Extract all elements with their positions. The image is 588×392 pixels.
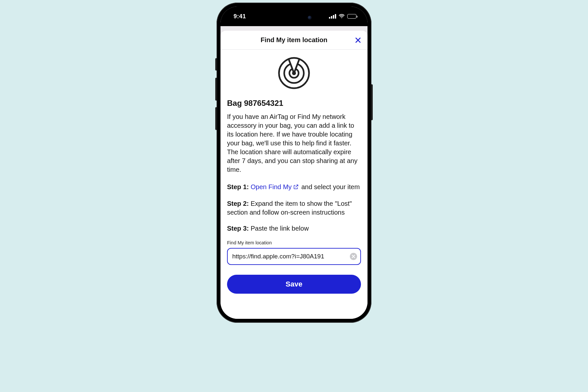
close-icon [354,37,362,44]
phone-frame: 9:41 Find My item location [217,3,371,323]
step-3-label: Step 3: [227,225,249,232]
step-2-label: Step 2: [227,200,249,207]
dynamic-island [272,11,316,24]
findmy-icon [227,57,361,90]
status-time: 9:41 [234,13,246,20]
field-label: Find My item location [227,240,361,245]
sheet-header: Find My item location [220,31,368,50]
clear-input-button[interactable] [350,253,357,260]
step-3: Step 3: Paste the link below [227,224,361,233]
sheet-title: Find My item location [261,36,327,44]
battery-icon [347,14,356,19]
clear-icon [352,255,355,258]
url-input-wrap[interactable] [227,248,361,265]
step-1: Step 1: Open Find My and select your ite… [227,183,361,192]
cellular-icon [329,14,336,19]
status-indicators [329,13,356,20]
side-button [215,58,217,71]
bag-title: Bag 987654321 [227,99,361,108]
open-find-my-link[interactable]: Open Find My [251,183,300,190]
external-link-icon [293,183,299,192]
screen: 9:41 Find My item location [220,7,368,319]
url-input[interactable] [232,253,347,260]
step-3-text: Paste the link below [249,225,309,232]
save-button[interactable]: Save [227,275,361,294]
step-1-label: Step 1: [227,183,249,190]
close-button[interactable] [353,35,363,45]
sheet-body: Bag 987654321 If you have an AirTag or F… [220,50,368,294]
volume-up-button [215,78,217,101]
wifi-icon [338,13,345,20]
step-1-tail: and select your item [300,183,360,190]
step-2: Step 2: Expand the item to show the "Los… [227,199,361,217]
volume-down-button [215,107,217,130]
modal-sheet: Find My item location [220,31,368,319]
description-text: If you have an AirTag or Find My network… [227,112,361,174]
power-button [371,84,373,120]
